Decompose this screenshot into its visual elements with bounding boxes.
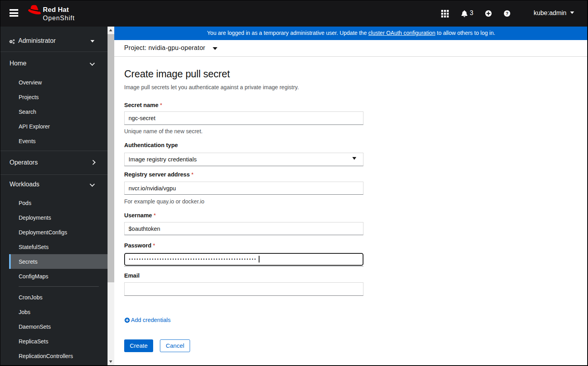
svg-text:?: ? [506,11,509,15]
